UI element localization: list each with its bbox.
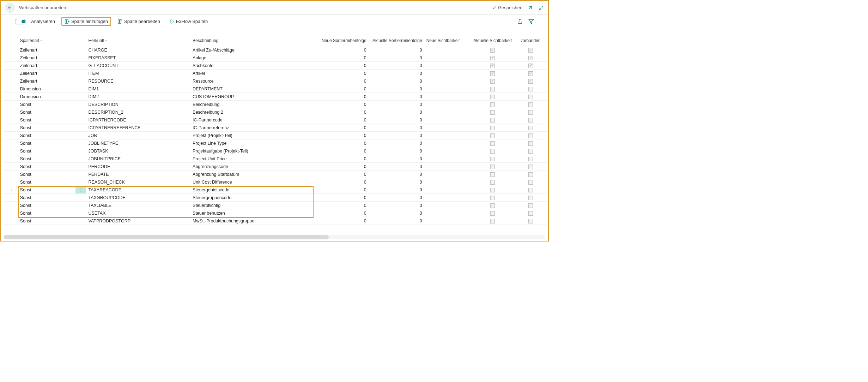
cell-neue-sichtbarkeit[interactable] [424,202,471,209]
table-row[interactable]: Sonst.PERDATEAbgrenzung Startdatum00 [4,171,547,178]
table-row[interactable]: Sonst.TAXLIABLESteuerpflichtig00 [4,202,547,209]
cell-aktuelle-sichtbarkeit[interactable] [471,54,514,62]
cell-beschreibung[interactable]: Steuerpflichtig [190,202,313,209]
cell-row-actions[interactable] [75,155,86,163]
cell-vorhanden[interactable] [514,202,547,209]
cell-vorhanden[interactable] [514,139,547,147]
cell-spaltenart[interactable]: Sonst. [18,202,75,209]
cell-vorhanden[interactable] [514,217,547,225]
cell-spaltenart[interactable]: Sonst. [18,171,75,178]
cell-vorhanden[interactable] [514,209,547,217]
cell-aktuelle-sichtbarkeit[interactable] [471,209,514,217]
cell-herkunft[interactable]: DESCRIPTION [86,101,190,108]
cell-vorhanden[interactable] [514,147,547,155]
cell-row-actions[interactable] [75,178,86,186]
cell-aktuelle-sortierreihenfolge[interactable]: 0 [369,70,424,77]
cell-herkunft[interactable]: DESCRIPTION_2 [86,108,190,116]
cell-neue-sichtbarkeit[interactable] [424,155,471,163]
cell-row-actions[interactable] [75,54,86,62]
cell-neue-sortierreihenfolge[interactable]: 0 [313,85,369,93]
cell-neue-sortierreihenfolge[interactable]: 0 [313,194,369,202]
table-row[interactable]: Sonst.ICPARTNERREFERENCEIC-Partnerrefere… [4,124,547,132]
cell-vorhanden[interactable] [514,186,547,194]
cell-neue-sortierreihenfolge[interactable]: 0 [313,70,369,77]
cell-aktuelle-sichtbarkeit[interactable] [471,194,514,202]
table-row[interactable]: Sonst.VATPRODPOSTGRPMwSt.-Produktbuchung… [4,217,547,225]
cell-vorhanden[interactable] [514,155,547,163]
cell-beschreibung[interactable]: Project Line Type [190,139,313,147]
cell-aktuelle-sichtbarkeit[interactable] [471,70,514,77]
cell-beschreibung[interactable]: DEPARTMENT [190,85,313,93]
cell-aktuelle-sortierreihenfolge[interactable]: 0 [369,85,424,93]
filter-button[interactable] [528,19,534,24]
cell-aktuelle-sortierreihenfolge[interactable]: 0 [369,147,424,155]
cell-herkunft[interactable]: JOBTASK [86,147,190,155]
cell-aktuelle-sichtbarkeit[interactable] [471,163,514,171]
cell-beschreibung[interactable]: Projekt (Projekt-Teil) [190,132,313,139]
cell-vorhanden[interactable] [514,132,547,139]
cell-neue-sichtbarkeit[interactable] [424,217,471,225]
cell-herkunft[interactable]: USETAX [86,209,190,217]
cell-row-actions[interactable] [75,194,86,202]
cell-aktuelle-sortierreihenfolge[interactable]: 0 [369,202,424,209]
cell-herkunft[interactable]: ICPARTNERREFERENCE [86,124,190,132]
exflow-columns-action[interactable]: ExFlow Spalten [166,17,211,25]
cell-spaltenart[interactable]: Sonst. [18,178,75,186]
cell-row-actions[interactable] [75,77,86,85]
table-row[interactable]: DimensionDIM2CUSTOMERGROUP00 [4,93,547,101]
table-row[interactable]: Sonst.DESCRIPTION_2Beschreibung 200 [4,108,547,116]
cell-spaltenart[interactable]: Sonst. [18,186,75,194]
cell-neue-sortierreihenfolge[interactable]: 0 [313,124,369,132]
cell-vorhanden[interactable] [514,85,547,93]
cell-beschreibung[interactable]: Sachkonto [190,62,313,70]
cell-vorhanden[interactable] [514,124,547,132]
cell-aktuelle-sortierreihenfolge[interactable]: 0 [369,194,424,202]
cell-neue-sichtbarkeit[interactable] [424,124,471,132]
cell-beschreibung[interactable]: Project Unit Price [190,155,313,163]
horizontal-scrollbar[interactable] [4,235,545,239]
cell-aktuelle-sortierreihenfolge[interactable]: 0 [369,93,424,101]
cell-neue-sortierreihenfolge[interactable]: 0 [313,46,369,54]
table-row[interactable]: Sonst.JOBUNITPRICEProject Unit Price00 [4,155,547,163]
cell-aktuelle-sichtbarkeit[interactable] [471,186,514,194]
cell-spaltenart[interactable]: Sonst. [18,101,75,108]
edit-column-action[interactable]: Spalte bearbeiten [115,17,163,25]
cell-row-actions[interactable] [75,202,86,209]
cell-neue-sichtbarkeit[interactable] [424,186,471,194]
table-row[interactable]: DimensionDIM1DEPARTMENT00 [4,85,547,93]
cell-neue-sortierreihenfolge[interactable]: 0 [313,186,369,194]
cell-row-actions[interactable]: ⋮ [75,186,86,194]
cell-beschreibung[interactable]: Beschreibung [190,101,313,108]
cell-herkunft[interactable]: RESOURCE [86,77,190,85]
cell-vorhanden[interactable] [514,101,547,108]
cell-aktuelle-sichtbarkeit[interactable] [471,85,514,93]
cell-row-actions[interactable] [75,124,86,132]
cell-herkunft[interactable]: G_LACCOUNT [86,62,190,70]
cell-herkunft[interactable]: TAXAREACODE [86,186,190,194]
table-row[interactable]: ZeilenartG_LACCOUNTSachkonto00 [4,62,547,70]
cell-neue-sortierreihenfolge[interactable]: 0 [313,139,369,147]
cell-neue-sortierreihenfolge[interactable]: 0 [313,209,369,217]
share-button[interactable] [517,19,523,24]
cell-neue-sortierreihenfolge[interactable]: 0 [313,93,369,101]
cell-neue-sortierreihenfolge[interactable]: 0 [313,101,369,108]
cell-row-actions[interactable] [75,108,86,116]
cell-row-actions[interactable] [75,217,86,225]
cell-row-actions[interactable] [75,93,86,101]
col-header-herkunft[interactable]: Herkunft↑ [86,37,190,46]
cell-neue-sichtbarkeit[interactable] [424,194,471,202]
cell-neue-sichtbarkeit[interactable] [424,209,471,217]
cell-spaltenart[interactable]: Zeilenart [18,54,75,62]
cell-aktuelle-sichtbarkeit[interactable] [471,46,514,54]
cell-neue-sortierreihenfolge[interactable]: 0 [313,62,369,70]
cell-spaltenart[interactable]: Zeilenart [18,70,75,77]
cell-aktuelle-sortierreihenfolge[interactable]: 0 [369,186,424,194]
table-row[interactable]: Sonst.ICPARTNERCODEIC-Partnercode00 [4,116,547,124]
cell-spaltenart[interactable]: Sonst. [18,147,75,155]
more-options-icon[interactable]: ⋮ [79,187,83,192]
cell-spaltenart[interactable]: Sonst. [18,155,75,163]
data-grid[interactable]: Spaltenart↑ Herkunft↑ Beschreibung Neue … [1,28,548,239]
cell-beschreibung[interactable]: IC-Partnerreferenz [190,124,313,132]
cell-beschreibung[interactable]: IC-Partnercode [190,116,313,124]
cell-vorhanden[interactable] [514,93,547,101]
